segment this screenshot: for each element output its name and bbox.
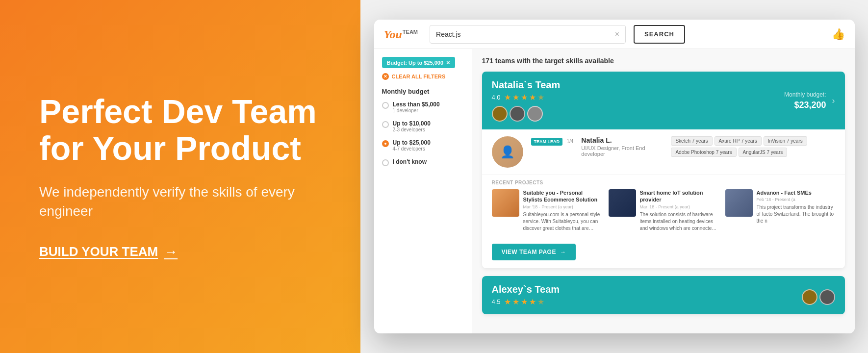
project-name-1: Smart home IoT solution provider (640, 189, 718, 203)
filter-badge-close-icon[interactable]: × (446, 59, 450, 66)
budget-label-0: Less than $5,000 1 developer (393, 101, 440, 113)
lead-info: Natalia L. UI/UX Designer, Front End dev… (581, 136, 663, 157)
t2-avatar-1 (802, 289, 817, 305)
project-date-0: Mar '18 - Present (a year) (523, 204, 602, 209)
search-button[interactable]: SEARCH (634, 25, 685, 44)
radio-up-10k[interactable] (382, 121, 389, 128)
project-info-2: Advanon - Fact SMEs Feb '18 - Present (a… (757, 189, 835, 232)
lead-avatar: 👤 (492, 136, 523, 168)
star-4: ★ (529, 93, 536, 102)
results-label: teams with the target skills available (495, 57, 614, 65)
team-1-rating: 4.0 (492, 94, 501, 101)
star-5: ★ (537, 93, 544, 102)
team-1-avatars (492, 106, 561, 122)
team-lead-area: 👤 TEAM LEAD 1/4 Natalia L. UI/UX Designe… (482, 129, 845, 175)
project-desc-2: This project transforms the industry of … (757, 204, 835, 225)
budget-option-1[interactable]: Up to $10,000 2-3 developers (382, 120, 464, 132)
budget-sub-0: 1 developer (393, 108, 440, 113)
clear-search-icon[interactable]: × (615, 30, 619, 39)
project-thumb-0 (492, 189, 519, 217)
team-card-2: Alexey`s Team 4.5 ★ ★ ★ ★ ★ (482, 276, 845, 314)
team-1-left: Natalia`s Team 4.0 ★ ★ ★ ★ ★ (492, 79, 561, 122)
team-card-2-header: Alexey`s Team 4.5 ★ ★ ★ ★ ★ (482, 276, 845, 314)
recent-projects-title: RECENT PROJECTS (492, 175, 835, 189)
budget-option-3[interactable]: I don't know (382, 158, 464, 166)
results-count: 171 (482, 57, 493, 65)
budget-filter-badge[interactable]: Budget: Up to $25,000 × (382, 57, 455, 68)
app-body: Budget: Up to $25,000 × ✕ CLEAR ALL FILT… (374, 49, 855, 333)
search-input[interactable]: React.js (436, 30, 611, 38)
budget-option-0[interactable]: Less than $5,000 1 developer (382, 101, 464, 113)
team-2-avatars (802, 289, 835, 305)
budget-sub-1: 2-3 developers (393, 127, 431, 132)
search-bar[interactable]: React.js × (430, 25, 626, 44)
budget-option-2[interactable]: Up to $25,000 4-7 developers (382, 139, 464, 151)
expand-arrow-icon[interactable]: › (832, 96, 835, 106)
budget-label-text-3: I don't know (393, 158, 427, 165)
project-name-0: Suitable you - Personal Stylists Ecommer… (523, 189, 602, 203)
cta-arrow: → (164, 244, 178, 260)
cta-label: BUILD YOUR TEAM (39, 244, 158, 259)
clear-filters-label: CLEAR ALL FILTERS (392, 74, 446, 79)
t2-avatar-2 (819, 289, 835, 305)
t2-star-2: ★ (512, 297, 519, 306)
view-team-button[interactable]: VIEW TEAM PAGE → (492, 244, 576, 260)
clear-filters-icon: ✕ (382, 73, 389, 80)
budget-label-1: Up to $10,000 2-3 developers (393, 120, 431, 132)
t2-star-1: ★ (504, 297, 511, 306)
project-2: Advanon - Fact SMEs Feb '18 - Present (a… (725, 189, 835, 232)
project-desc-0: Suitableyou.com is a personal style serv… (523, 211, 602, 232)
logo: YouTEAM (384, 27, 418, 41)
app-window: YouTEAM React.js × SEARCH 👍 Budget: Up t… (374, 20, 855, 333)
project-thumb-1 (609, 189, 636, 217)
cta-button[interactable]: BUILD YOUR TEAM → (39, 244, 321, 260)
t2-star-5: ★ (537, 297, 544, 306)
skill-2: InVision 7 years (764, 136, 807, 146)
project-date-1: Mar '18 - Present (a year) (640, 204, 718, 209)
team-2-rating: 4.5 (492, 298, 501, 305)
budget-label-3: I don't know (393, 158, 427, 165)
radio-less-5k[interactable] (382, 102, 389, 109)
budget-label-text-2: Up to $25,000 (393, 139, 431, 146)
team-1-right: Monthly budget: $23,200 › (784, 91, 835, 110)
radio-up-25k[interactable] (382, 140, 389, 147)
budget-amount: $23,200 (784, 100, 826, 110)
team-2-stars: 4.5 ★ ★ ★ ★ ★ (492, 297, 560, 306)
lead-count: 1/4 (566, 139, 573, 144)
results-summary: 171 teams with the target skills availab… (482, 57, 845, 65)
project-1: Smart home IoT solution provider Mar '18… (609, 189, 718, 232)
star-1: ★ (504, 93, 511, 102)
budget-label-text-1: Up to $10,000 (393, 120, 431, 127)
project-info-0: Suitable you - Personal Stylists Ecommer… (523, 189, 602, 232)
skill-0: Sketch 7 years (671, 136, 712, 146)
budget-label-text-0: Less than $5,000 (393, 101, 440, 108)
budget-label: Monthly budget: (784, 91, 826, 98)
thumbs-up-icon[interactable]: 👍 (832, 28, 845, 41)
view-team-arrow-icon: → (560, 249, 566, 255)
monthly-budget-title: Monthly budget (382, 88, 464, 95)
skill-3: Adobe Photoshop 7 years (671, 148, 736, 157)
project-0: Suitable you - Personal Stylists Ecommer… (492, 189, 602, 232)
team-card-1: Natalia`s Team 4.0 ★ ★ ★ ★ ★ (482, 72, 845, 268)
team-1-name: Natalia`s Team (492, 79, 561, 91)
budget-label-2: Up to $25,000 4-7 developers (393, 139, 431, 151)
recent-projects: RECENT PROJECTS Suitable you - Personal … (482, 175, 845, 239)
project-desc-1: The solution consists of hardware items … (640, 211, 718, 232)
skill-1: Axure RP 7 years (715, 136, 762, 146)
project-date-2: Feb '18 - Present (a (757, 197, 835, 202)
lead-role: UI/UX Designer, Front End developer (581, 145, 663, 157)
skills-tags: Sketch 7 years Axure RP 7 years InVision… (671, 136, 835, 157)
app-header: YouTEAM React.js × SEARCH 👍 (374, 20, 855, 49)
star-2: ★ (512, 93, 519, 102)
subtext: We independently verify the skills of ev… (39, 182, 321, 221)
team-lead-badge: TEAM LEAD (531, 138, 563, 146)
avatar-3 (527, 106, 543, 122)
avatar-1 (492, 106, 508, 122)
clear-all-filters-button[interactable]: ✕ CLEAR ALL FILTERS (382, 73, 464, 80)
team-1-budget: Monthly budget: $23,200 (784, 91, 826, 110)
project-thumb-2 (725, 189, 753, 217)
projects-row: Suitable you - Personal Stylists Ecommer… (492, 189, 835, 232)
project-info-1: Smart home IoT solution provider Mar '18… (640, 189, 718, 232)
avatar-2 (510, 106, 525, 122)
radio-dont-know[interactable] (382, 159, 389, 166)
